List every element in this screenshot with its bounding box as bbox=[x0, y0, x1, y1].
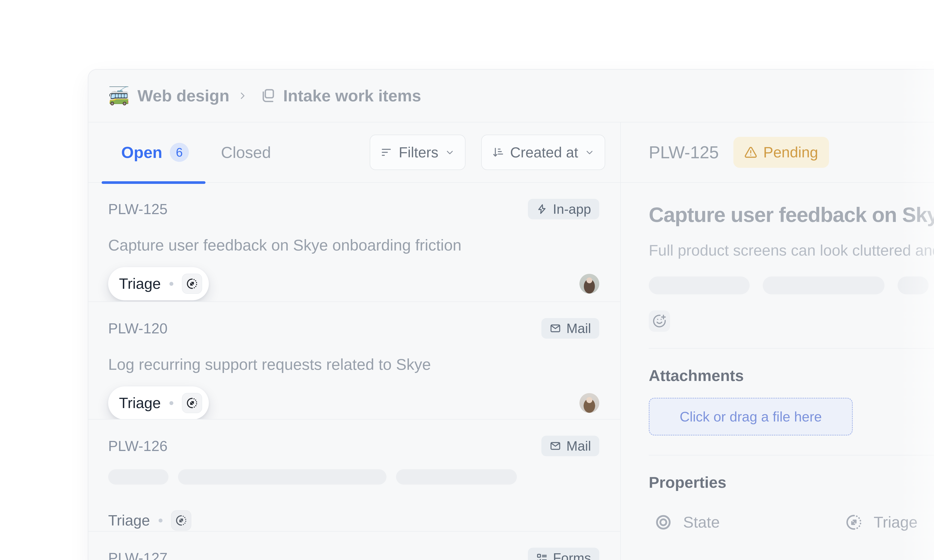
triage-icon bbox=[175, 514, 187, 526]
property-triage[interactable]: Triage bbox=[845, 513, 917, 531]
divider bbox=[649, 455, 934, 455]
property-state[interactable]: State bbox=[654, 513, 845, 531]
work-item-row[interactable]: PLW-126 Mail Triage bbox=[88, 420, 620, 532]
tab-open[interactable]: Open 6 bbox=[121, 143, 189, 162]
detail-title: Capture user feedback on Skye onboarding… bbox=[649, 202, 934, 228]
sort-button[interactable]: Created at bbox=[481, 135, 605, 170]
detail-body: Capture user feedback on Skye onboarding… bbox=[621, 183, 934, 531]
properties-row: State Triage bbox=[654, 513, 934, 531]
source-label: Mail bbox=[566, 321, 591, 336]
work-item-id: PLW-125 bbox=[108, 201, 168, 218]
state-icon bbox=[654, 513, 672, 531]
triage-state-button[interactable] bbox=[182, 274, 202, 294]
detail-header: PLW-125 Pending bbox=[621, 123, 934, 183]
breadcrumb-project[interactable]: Web design bbox=[137, 86, 230, 105]
assignee-avatar bbox=[580, 393, 599, 413]
work-item-row[interactable]: PLW-120 Mail Log recurring support reque… bbox=[88, 302, 620, 420]
dot-separator bbox=[159, 518, 162, 523]
work-item-id: PLW-126 bbox=[108, 437, 168, 455]
source-badge: Mail bbox=[541, 436, 599, 456]
sort-descending-icon bbox=[492, 146, 504, 158]
work-item-list: PLW-125 In-app Capture user feedback on … bbox=[88, 183, 620, 560]
smile-plus-icon bbox=[652, 314, 666, 328]
state-label: Triage bbox=[119, 394, 161, 412]
state-label: Triage bbox=[108, 512, 150, 529]
mail-icon bbox=[550, 323, 561, 334]
triage-icon bbox=[186, 278, 198, 290]
property-triage-label: Triage bbox=[874, 513, 917, 531]
triage-icon bbox=[845, 513, 863, 531]
chevron-down-icon bbox=[584, 147, 595, 157]
attachments-heading: Attachments bbox=[649, 366, 934, 385]
properties-heading: Properties bbox=[649, 472, 934, 492]
list-toolbar: Open 6 Closed Filters Created at bbox=[88, 123, 620, 183]
source-badge: Mail bbox=[541, 318, 599, 338]
intake-icon bbox=[259, 88, 275, 104]
assignee-avatar bbox=[580, 274, 599, 294]
property-state-label: State bbox=[683, 513, 720, 531]
work-item-detail-panel: PLW-125 Pending Capture user feedback on… bbox=[621, 123, 934, 560]
intake-window: 🚎 Web design Intake work items Open 6 Cl… bbox=[88, 69, 934, 560]
sort-label: Created at bbox=[510, 144, 578, 161]
work-item-id: PLW-127 bbox=[108, 549, 168, 560]
work-item-title: Capture user feedback on Skye onboarding… bbox=[108, 236, 599, 254]
triage-state-button[interactable] bbox=[171, 510, 191, 531]
state-chip[interactable]: Triage bbox=[108, 510, 191, 531]
state-chip[interactable]: Triage bbox=[108, 386, 209, 420]
tab-closed[interactable]: Closed bbox=[221, 143, 271, 162]
work-item-title: Log recurring support requests related t… bbox=[108, 355, 599, 374]
filter-icon bbox=[380, 146, 392, 158]
detail-description: Full product screens can look cluttered … bbox=[649, 241, 934, 260]
breadcrumb: 🚎 Web design Intake work items bbox=[88, 70, 934, 123]
lightning-icon bbox=[536, 203, 548, 215]
source-badge: Forms bbox=[528, 548, 599, 560]
triage-icon bbox=[186, 397, 198, 409]
dot-separator bbox=[170, 401, 173, 405]
source-label: Forms bbox=[553, 550, 591, 560]
work-item-row[interactable]: PLW-125 In-app Capture user feedback on … bbox=[88, 183, 620, 302]
triage-state-button[interactable] bbox=[182, 393, 202, 413]
open-count-badge: 6 bbox=[170, 143, 189, 162]
source-label: In-app bbox=[553, 202, 591, 217]
chevron-right-icon bbox=[237, 90, 248, 101]
source-label: Mail bbox=[566, 438, 591, 454]
status-label: Pending bbox=[763, 144, 818, 161]
state-chip[interactable]: Triage bbox=[108, 267, 209, 300]
chevron-down-icon bbox=[445, 147, 455, 157]
tab-open-label: Open bbox=[121, 143, 162, 162]
state-label: Triage bbox=[119, 275, 161, 292]
description-skeleton bbox=[649, 277, 934, 294]
active-tab-underline bbox=[102, 181, 205, 184]
work-item-row[interactable]: PLW-127 Forms bbox=[88, 532, 620, 560]
breadcrumb-page[interactable]: Intake work items bbox=[283, 86, 421, 105]
detail-work-item-id: PLW-125 bbox=[649, 143, 719, 162]
divider bbox=[649, 348, 934, 349]
filters-button[interactable]: Filters bbox=[370, 135, 465, 170]
dot-separator bbox=[170, 282, 173, 286]
status-badge[interactable]: Pending bbox=[734, 137, 829, 168]
filters-label: Filters bbox=[399, 144, 438, 161]
file-dropzone[interactable]: Click or drag a file here bbox=[649, 398, 853, 435]
work-item-id: PLW-120 bbox=[108, 320, 168, 337]
title-skeleton bbox=[108, 469, 599, 485]
dropzone-label: Click or drag a file here bbox=[680, 409, 822, 425]
project-emoji-icon: 🚎 bbox=[108, 87, 129, 105]
source-badge: In-app bbox=[528, 199, 599, 219]
mail-icon bbox=[550, 440, 561, 452]
warning-icon bbox=[744, 146, 757, 159]
forms-icon bbox=[536, 552, 548, 560]
screenshot-canvas: 🚎 Web design Intake work items Open 6 Cl… bbox=[0, 0, 934, 560]
intake-list-panel: Open 6 Closed Filters Created at bbox=[88, 123, 621, 560]
add-reaction-button[interactable] bbox=[649, 311, 670, 332]
